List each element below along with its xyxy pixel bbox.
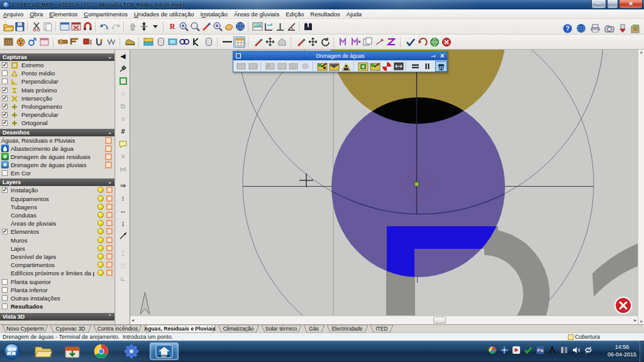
svg-text:Solar térmico: Solar térmico	[265, 326, 297, 332]
svg-text:Cypevac 3D: Cypevac 3D	[56, 326, 86, 332]
svg-text:Contra incêndios: Contra incêndios	[97, 326, 138, 332]
svg-text:Climatização: Climatização	[223, 326, 253, 332]
svg-text:MEP: MEP	[161, 354, 167, 358]
svg-text:Electricidade: Electricidade	[331, 326, 362, 332]
svg-text:ITED: ITED	[375, 326, 388, 332]
svg-text:Pa: Pa	[537, 348, 543, 353]
svg-text:?: ?	[565, 25, 569, 32]
svg-text:Gás: Gás	[309, 326, 319, 332]
svg-text:Águas, Residuais e Pluviais: Águas, Residuais e Pluviais	[144, 326, 216, 332]
svg-text:Novo Cypeterm: Novo Cypeterm	[6, 326, 44, 332]
